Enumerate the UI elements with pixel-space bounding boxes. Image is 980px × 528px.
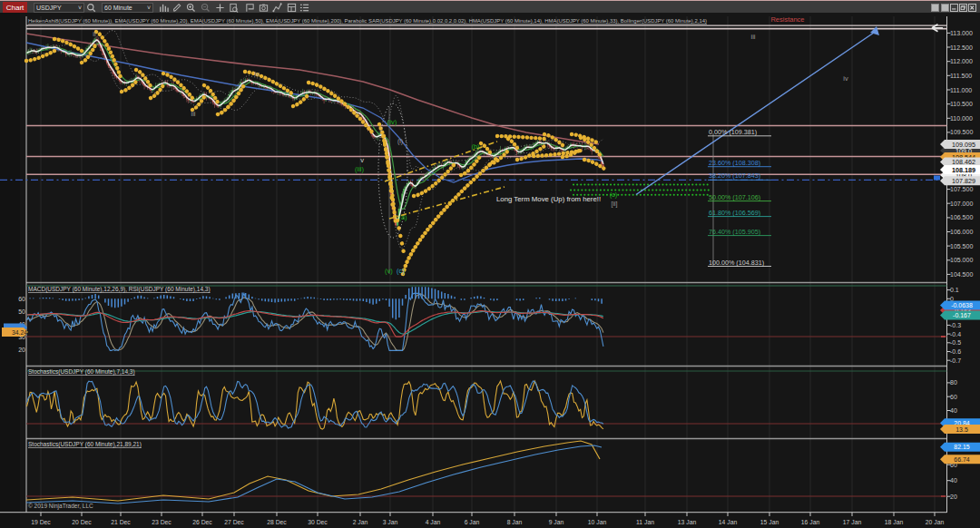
svg-text:Resistance: Resistance (770, 15, 804, 24)
svg-text:-0.0638: -0.0638 (951, 302, 973, 308)
svg-text:26 Dec: 26 Dec (192, 519, 212, 525)
svg-text:30 Dec: 30 Dec (308, 519, 328, 525)
svg-text:20 Jan: 20 Jan (926, 519, 945, 525)
svg-text:111.500: 111.500 (950, 73, 972, 79)
svg-text:106.000: 106.000 (950, 229, 973, 235)
svg-text:76.40% (105.905): 76.40% (105.905) (709, 228, 760, 236)
svg-text:27 Dec: 27 Dec (224, 519, 244, 525)
svg-text:(a): (a) (398, 213, 407, 221)
svg-text:100.00% (104.831): 100.00% (104.831) (709, 259, 764, 267)
svg-text:© 2019 NinjaTrader, LLC: © 2019 NinjaTrader, LLC (28, 503, 93, 510)
svg-text:-0.167: -0.167 (953, 312, 971, 318)
svg-text:[ii]: [ii] (612, 200, 618, 208)
svg-text:iii: iii (191, 110, 196, 118)
svg-text:23 Dec: 23 Dec (152, 519, 172, 525)
svg-text:28 Dec: 28 Dec (267, 519, 287, 525)
svg-text:108.189: 108.189 (952, 166, 975, 174)
svg-text:107.829: 107.829 (952, 177, 975, 185)
svg-text:4 Jan: 4 Jan (426, 519, 441, 525)
svg-text:13.5: 13.5 (956, 426, 968, 433)
svg-text:(iii): (iii) (355, 165, 364, 173)
svg-text:19 Dec: 19 Dec (31, 519, 51, 525)
svg-text:34.24: 34.24 (12, 329, 27, 336)
svg-text:20: 20 (950, 494, 957, 500)
svg-text:0.00% (109.381): 0.00% (109.381) (709, 128, 757, 136)
svg-text:113.000: 113.000 (950, 30, 973, 36)
svg-text:66.74: 66.74 (954, 456, 970, 463)
svg-text:50: 50 (18, 308, 25, 315)
svg-text:18 Jan: 18 Jan (885, 519, 904, 525)
svg-text:107.500: 107.500 (950, 186, 973, 192)
svg-text:20 Dec: 20 Dec (72, 519, 92, 525)
svg-text:iv: iv (254, 70, 260, 78)
svg-text:14 Jan: 14 Jan (719, 519, 738, 525)
svg-text:iii: iii (751, 33, 756, 41)
svg-text:13 Jan: 13 Jan (678, 519, 697, 525)
svg-text:ii: ii (93, 30, 96, 38)
svg-text:Stochastics(USDJPY (60 Minute): Stochastics(USDJPY (60 Minute),7,14,3) (28, 368, 135, 376)
svg-text:109.500: 109.500 (950, 129, 973, 135)
svg-text:(c): (c) (397, 267, 405, 275)
svg-text:3 Jan: 3 Jan (383, 519, 398, 525)
svg-text:-0.6: -0.6 (950, 348, 961, 355)
svg-text:20: 20 (18, 347, 25, 353)
svg-text:82.15: 82.15 (954, 444, 970, 450)
svg-text:60: 60 (18, 296, 25, 302)
svg-text:15 Jan: 15 Jan (760, 519, 779, 525)
svg-text:61.80% (106.569): 61.80% (106.569) (709, 209, 760, 217)
svg-text:2 Jan: 2 Jan (353, 519, 368, 525)
svg-text:6 Jan: 6 Jan (465, 519, 480, 525)
svg-text:23.60% (108.308): 23.60% (108.308) (709, 159, 760, 167)
svg-text:40: 40 (950, 477, 957, 484)
svg-text:110.500: 110.500 (950, 101, 973, 107)
svg-text:105.500: 105.500 (950, 243, 973, 249)
svg-text:112.500: 112.500 (950, 44, 973, 51)
svg-text:-0.3: -0.3 (950, 322, 961, 328)
svg-text:80: 80 (950, 379, 957, 386)
svg-text:(c): (c) (610, 191, 618, 199)
svg-text:Long Term Move (Up) from here!: Long Term Move (Up) from here!! (496, 195, 601, 203)
svg-text:50.00% (107.106): 50.00% (107.106) (709, 193, 760, 201)
svg-text:(i): (i) (397, 138, 403, 145)
svg-text:38.20% (107.843): 38.20% (107.843) (709, 171, 760, 180)
svg-text:(iv): (iv) (387, 118, 397, 126)
svg-text:40: 40 (950, 407, 957, 414)
svg-text:21 Dec: 21 Dec (111, 519, 131, 525)
svg-text:9 Jan: 9 Jan (549, 519, 564, 525)
svg-text:110.000: 110.000 (950, 115, 973, 122)
svg-text:Stochastics(USDJPY (60 Minute): Stochastics(USDJPY (60 Minute),21,89,21) (28, 441, 142, 448)
svg-text:-0.7: -0.7 (950, 357, 961, 364)
svg-text:(v): (v) (385, 267, 393, 275)
svg-text:HeikenAshi8(USDJPY (60 Minute): HeikenAshi8(USDJPY (60 Minute)), EMA(USD… (28, 17, 707, 24)
svg-text:104.500: 104.500 (950, 271, 973, 278)
svg-text:-0.4: -0.4 (950, 331, 961, 337)
svg-text:(b): (b) (471, 142, 480, 151)
svg-text:10 Jan: 10 Jan (588, 519, 607, 525)
svg-text:16 Jan: 16 Jan (801, 519, 820, 525)
svg-text:112.000: 112.000 (950, 58, 973, 64)
svg-text:-0.5: -0.5 (950, 339, 961, 346)
svg-text:17 Jan: 17 Jan (843, 519, 862, 525)
svg-text:105.000: 105.000 (950, 257, 973, 263)
svg-text:MACD(USDJPY (60 Minute),12,26,: MACD(USDJPY (60 Minute),12,26,9), RSI(US… (28, 286, 211, 293)
svg-text:v: v (360, 156, 364, 164)
svg-text:11 Jan: 11 Jan (636, 519, 654, 525)
svg-text:0.1: 0.1 (950, 287, 959, 293)
svg-text:111.000: 111.000 (950, 87, 972, 93)
svg-text:107.000: 107.000 (950, 200, 973, 207)
svg-text:8 Jan: 8 Jan (507, 519, 523, 525)
svg-text:106.500: 106.500 (950, 214, 973, 220)
svg-text:60: 60 (950, 394, 957, 400)
svg-text:109.095: 109.095 (952, 141, 975, 149)
svg-text:iv: iv (843, 74, 848, 83)
